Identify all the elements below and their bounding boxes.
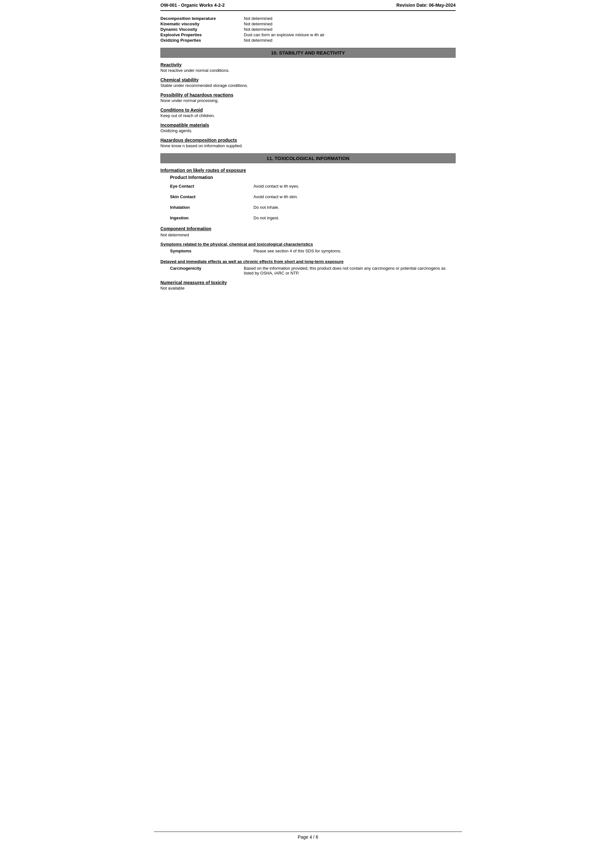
- property-value-decomp: Not determined: [244, 16, 272, 21]
- incompatible-materials-block: Incompatible materials Oxidizing agents.: [160, 122, 456, 133]
- revision-date: Revision Date: 06-May-2024: [397, 3, 456, 8]
- numerical-toxicity-title: Numerical measures of toxicity: [160, 280, 456, 285]
- symptoms-row: Symptoms Please see section 4 of this SD…: [170, 248, 456, 253]
- delayed-effects-section: Delayed and immediate effects as well as…: [160, 259, 456, 276]
- page-number: Page 4 / 6: [298, 834, 318, 840]
- property-row-oxidizing: Oxidizing Properties Not determined: [160, 38, 456, 43]
- properties-section: Decomposition temperature Not determined…: [160, 16, 456, 43]
- component-info-value: Not determined: [160, 232, 456, 237]
- property-value-oxidizing: Not determined: [244, 38, 272, 43]
- symptoms-value: Please see section 4 of this SDS for sym…: [253, 248, 456, 253]
- hazardous-decomp-text: None know n based on information supplie…: [160, 143, 456, 148]
- symptoms-rows: Symptoms Please see section 4 of this SD…: [160, 248, 456, 253]
- inhalation-row: Inhalation Do not inhale.: [170, 205, 456, 210]
- property-row-explosive: Explosive Properties Dust can form an ex…: [160, 32, 456, 37]
- page-footer: Page 4 / 6: [154, 831, 462, 840]
- property-label-decomp: Decomposition temperature: [160, 16, 244, 21]
- carcinogenicity-label: Carcinogenicity: [160, 266, 244, 276]
- reactivity-title: Reactivity: [160, 62, 456, 68]
- reactivity-text: Not reactive under normal conditions.: [160, 68, 456, 73]
- chemical-stability-text: Stable under recommended storage conditi…: [160, 83, 456, 88]
- ingestion-row: Ingestion Do not ingest.: [170, 216, 456, 220]
- product-info-rows: Eye Contact Avoid contact w ith eyes. Sk…: [160, 184, 456, 220]
- skin-contact-row: Skin Contact Avoid contact w ith skin.: [170, 194, 456, 199]
- ingestion-label: Ingestion: [170, 216, 253, 220]
- section11-header: 11. TOXICOLOGICAL INFORMATION: [160, 153, 456, 163]
- property-value-dynamic: Not determined: [244, 27, 272, 32]
- chemical-stability-title: Chemical stability: [160, 77, 456, 82]
- conditions-avoid-text: Keep out of reach of children.: [160, 113, 456, 118]
- inhalation-label: Inhalation: [170, 205, 253, 210]
- eye-contact-row: Eye Contact Avoid contact w ith eyes.: [170, 184, 456, 189]
- section11-title: 11. TOXICOLOGICAL INFORMATION: [267, 156, 349, 161]
- delayed-effects-title: Delayed and immediate effects as well as…: [160, 259, 456, 264]
- document-id: OW-001 - Organic Works 4-2-2: [160, 3, 225, 8]
- numerical-toxicity-section: Numerical measures of toxicity Not avail…: [160, 280, 456, 291]
- property-value-kinematic: Not determined: [244, 22, 272, 26]
- property-label-kinematic: Kinematic viscosity: [160, 22, 244, 26]
- routes-exposure-section: Information on likely routes of exposure…: [160, 168, 456, 220]
- component-info-section: Component Information Not determined: [160, 226, 456, 237]
- chemical-stability-block: Chemical stability Stable under recommen…: [160, 77, 456, 88]
- symptoms-section: Symptoms related to the physical, chemic…: [160, 242, 456, 253]
- component-info-title: Component Information: [160, 226, 456, 231]
- reactivity-block: Reactivity Not reactive under normal con…: [160, 62, 456, 73]
- routes-exposure-title: Information on likely routes of exposure: [160, 168, 456, 173]
- section10-header: 10. STABILITY AND REACTIVITY: [160, 48, 456, 58]
- property-label-explosive: Explosive Properties: [160, 32, 244, 37]
- conditions-avoid-title: Conditions to Avoid: [160, 107, 456, 113]
- hazardous-reactions-block: Possibility of hazardous reactions None …: [160, 93, 456, 103]
- product-info-title: Product Information: [160, 175, 456, 180]
- conditions-avoid-block: Conditions to Avoid Keep out of reach of…: [160, 107, 456, 118]
- property-row-dynamic: Dynamic Viscosity Not determined: [160, 27, 456, 32]
- hazardous-reactions-title: Possibility of hazardous reactions: [160, 93, 456, 97]
- symptoms-section-title: Symptoms related to the physical, chemic…: [160, 242, 456, 247]
- eye-contact-value: Avoid contact w ith eyes.: [253, 184, 456, 189]
- revision-date-label: Revision Date:: [397, 3, 428, 8]
- property-label-dynamic: Dynamic Viscosity: [160, 27, 244, 32]
- hazardous-decomp-title: Hazardous decomposition products: [160, 138, 456, 143]
- page-header: OW-001 - Organic Works 4-2-2 Revision Da…: [160, 0, 456, 11]
- property-row-decomp: Decomposition temperature Not determined: [160, 16, 456, 21]
- property-value-explosive: Dust can form an explosive mixture w ith…: [244, 32, 324, 37]
- carcinogenicity-row: Carcinogenicity Based on the information…: [160, 266, 456, 276]
- property-row-kinematic: Kinematic viscosity Not determined: [160, 22, 456, 26]
- revision-date-value: 06-May-2024: [429, 3, 456, 8]
- hazardous-decomp-block: Hazardous decomposition products None kn…: [160, 138, 456, 148]
- eye-contact-label: Eye Contact: [170, 184, 253, 189]
- skin-contact-value: Avoid contact w ith skin.: [253, 194, 456, 199]
- property-label-oxidizing: Oxidizing Properties: [160, 38, 244, 43]
- numerical-toxicity-value: Not available: [160, 286, 456, 291]
- inhalation-value: Do not inhale.: [253, 205, 456, 210]
- skin-contact-label: Skin Contact: [170, 194, 253, 199]
- incompatible-materials-text: Oxidizing agents.: [160, 128, 456, 133]
- incompatible-materials-title: Incompatible materials: [160, 122, 456, 128]
- hazardous-reactions-text: None under normal processing.: [160, 98, 456, 103]
- section10-title: 10. STABILITY AND REACTIVITY: [271, 50, 345, 56]
- carcinogenicity-value: Based on the information provided, this …: [244, 266, 456, 276]
- ingestion-value: Do not ingest.: [253, 216, 456, 220]
- symptoms-label: Symptoms: [170, 248, 253, 253]
